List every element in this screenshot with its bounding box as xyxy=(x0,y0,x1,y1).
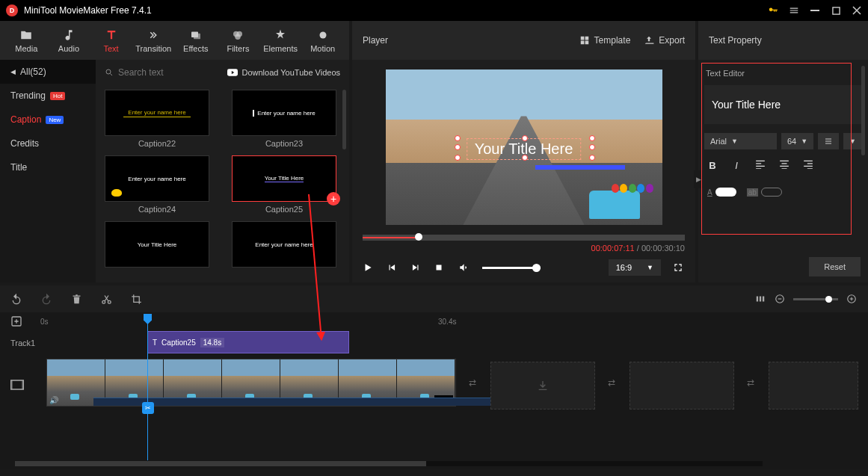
fit-button[interactable] xyxy=(754,293,766,305)
maximize-button[interactable] xyxy=(831,5,841,16)
stop-button[interactable] xyxy=(434,262,446,273)
line-spacing-button[interactable] xyxy=(818,133,839,149)
crop-button[interactable] xyxy=(130,293,142,305)
menu-icon[interactable] xyxy=(789,5,799,16)
svg-point-8 xyxy=(106,69,111,74)
transition-slot-1[interactable]: ⇄ xyxy=(467,377,478,389)
font-select[interactable]: Arial▼ xyxy=(704,133,777,149)
bold-button[interactable]: B xyxy=(707,160,718,171)
font-size-select[interactable]: 64▼ xyxy=(781,133,813,149)
next-button[interactable] xyxy=(410,262,422,273)
svg-rect-19 xyxy=(11,380,24,389)
track1-label: Track1 xyxy=(10,339,45,347)
empty-slot-3[interactable] xyxy=(769,362,858,409)
transition-slot-3[interactable]: ⇄ xyxy=(745,377,757,389)
thumbnails-area: Download YouTube Videos Enter your name … xyxy=(96,60,349,282)
thumb-caption23[interactable]: Enter your name hereCaption23 xyxy=(232,90,336,148)
app-title: MiniTool MovieMaker Free 7.4.1 xyxy=(24,5,768,16)
zoom-in-button[interactable] xyxy=(846,293,858,305)
empty-slot-2[interactable] xyxy=(630,362,734,409)
zoom-slider[interactable] xyxy=(793,298,838,300)
key-icon[interactable] xyxy=(768,5,778,16)
sidebar-item-trending[interactable]: TrendingHot xyxy=(0,84,96,108)
thumb-extra1[interactable]: Your Title Here xyxy=(105,221,209,271)
clip-volume-icon[interactable]: 🔊 xyxy=(49,396,58,404)
svg-rect-20 xyxy=(11,380,13,389)
thumb-caption25[interactable]: Your Title Here+Caption25 xyxy=(232,155,336,214)
italic-button[interactable]: I xyxy=(731,160,742,171)
ruler-time-0: 0s xyxy=(40,318,49,326)
property-scrollbar[interactable] xyxy=(861,66,865,155)
text-color-control[interactable]: A xyxy=(707,188,736,197)
titlebar: D MiniTool MovieMaker Free 7.4.1 xyxy=(0,0,868,21)
add-icon[interactable]: + xyxy=(327,192,340,205)
align-left-button[interactable] xyxy=(755,160,766,171)
more-options-button[interactable]: ▼ xyxy=(843,133,862,149)
split-button[interactable] xyxy=(100,293,112,305)
video-clip[interactable]: 🔊 0.1X xyxy=(46,359,456,407)
undo-button[interactable] xyxy=(10,293,22,305)
timecode: 00:00:07:11 / 00:00:30:10 xyxy=(352,241,695,253)
template-button[interactable]: Template xyxy=(579,35,631,46)
progress-bar[interactable] xyxy=(363,235,685,241)
library-panel: Media Audio Text Transition Effects Filt… xyxy=(0,21,349,282)
tool-tabs: Media Audio Text Transition Effects Filt… xyxy=(0,21,349,60)
audio-waveform xyxy=(93,398,503,406)
property-title: Text Property xyxy=(698,21,868,60)
export-button[interactable]: Export xyxy=(644,35,685,46)
align-right-button[interactable] xyxy=(803,160,813,171)
tab-text[interactable]: Text xyxy=(90,28,132,53)
text-preview[interactable]: Your Title Here xyxy=(704,85,862,124)
split-marker-icon[interactable]: ✂ xyxy=(142,402,154,414)
thumb-caption24[interactable]: Enter your name hereCaption24 xyxy=(105,155,209,214)
download-youtube-link[interactable]: Download YouTube Videos xyxy=(227,68,341,77)
timeline-scrollbar[interactable] xyxy=(15,461,763,466)
timeline-ruler[interactable]: 0s 30.4s xyxy=(0,312,868,330)
transition-slot-2[interactable]: ⇄ xyxy=(606,377,618,389)
delete-button[interactable] xyxy=(70,293,82,305)
tab-media[interactable]: Media xyxy=(6,28,47,53)
play-button[interactable] xyxy=(363,262,375,273)
playhead[interactable] xyxy=(147,314,148,460)
search-wrap xyxy=(105,67,227,78)
timeline-toolbar xyxy=(0,285,868,312)
add-track-icon[interactable] xyxy=(10,315,22,327)
clip-text-icon: T xyxy=(153,339,157,347)
tab-transition[interactable]: Transition xyxy=(133,28,174,53)
align-center-button[interactable] xyxy=(779,160,789,171)
sidebar-item-title[interactable]: Title xyxy=(0,155,96,179)
player-panel: Player Template Export Your Title Here xyxy=(352,21,695,282)
thumb-extra2[interactable]: Enter your name here xyxy=(232,221,336,271)
tab-elements[interactable]: Elements xyxy=(260,28,301,53)
player-viewport[interactable]: Your Title Here xyxy=(352,60,695,235)
caption-clip[interactable]: T Caption25 14.8s xyxy=(147,331,349,353)
reset-button[interactable]: Reset xyxy=(809,257,861,276)
text-editor-title: Text Editor xyxy=(703,64,864,82)
thumbs-scrollbar[interactable] xyxy=(342,90,346,149)
empty-slot-1[interactable] xyxy=(490,362,595,409)
minimize-button[interactable] xyxy=(810,5,820,16)
player-title: Player xyxy=(363,35,388,46)
thumb-caption22[interactable]: Enter your name hereCaption22 xyxy=(105,90,209,148)
sidebar-header[interactable]: ◀All(52) xyxy=(0,60,96,84)
close-button[interactable] xyxy=(852,5,862,16)
tab-filters[interactable]: Filters xyxy=(218,28,259,53)
prev-button[interactable] xyxy=(387,262,398,273)
highlight-color-control[interactable]: ab xyxy=(747,188,782,197)
tab-effects[interactable]: Effects xyxy=(176,28,217,53)
video-track-icon xyxy=(10,380,45,392)
video-frame: Your Title Here xyxy=(386,69,662,225)
tab-motion[interactable]: Motion xyxy=(302,28,343,53)
volume-slider[interactable] xyxy=(482,267,541,269)
sidebar-item-credits[interactable]: Credits xyxy=(0,132,96,155)
redo-button[interactable] xyxy=(40,293,52,305)
volume-button[interactable] xyxy=(458,262,470,273)
aspect-ratio-select[interactable]: 16:9▼ xyxy=(609,259,661,276)
timeline: 0s 30.4s Track1 T Caption25 14.8s 🔊 0.1X… xyxy=(0,312,868,469)
zoom-out-button[interactable] xyxy=(774,293,786,305)
fullscreen-button[interactable] xyxy=(673,262,685,273)
sidebar-item-caption[interactable]: CaptionNew xyxy=(0,108,96,132)
tab-audio[interactable]: Audio xyxy=(49,28,90,53)
category-sidebar: ◀All(52) TrendingHot CaptionNew Credits … xyxy=(0,60,96,282)
search-input[interactable] xyxy=(118,67,208,78)
